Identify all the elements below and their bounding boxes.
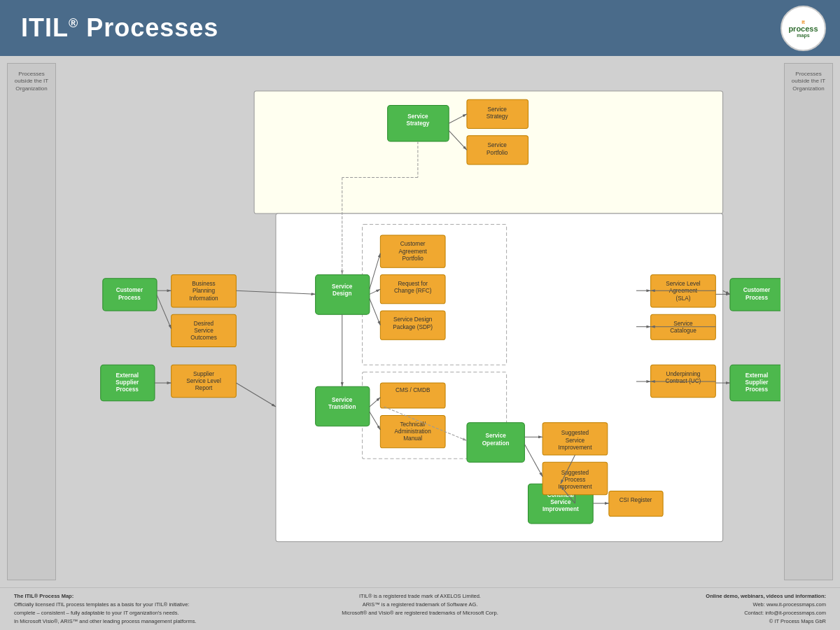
svg-text:Process: Process <box>746 295 768 301</box>
right-panel-label: Processes outside the IT Organization <box>785 67 832 96</box>
svg-text:Suggested: Suggested <box>561 430 589 436</box>
left-panel-label: Processes outside the IT Organization <box>8 67 55 96</box>
svg-text:Strategy: Strategy <box>406 120 429 127</box>
svg-line-109 <box>157 295 172 328</box>
svg-text:External: External <box>116 372 139 379</box>
svg-text:Process: Process <box>746 386 768 393</box>
svg-text:Change (RFC): Change (RFC) <box>394 288 432 294</box>
svg-text:Portfolio: Portfolio <box>402 255 424 262</box>
svg-text:Administration: Administration <box>395 428 432 435</box>
footer: The ITIL® Process Map: Officially licens… <box>0 587 840 630</box>
svg-text:Service: Service <box>550 499 571 505</box>
svg-text:Outcomes: Outcomes <box>190 335 217 341</box>
footer-right-contact: Contact: info@it-processmaps.com <box>744 610 826 616</box>
svg-text:CSI Register: CSI Register <box>620 497 652 503</box>
svg-text:Service: Service <box>194 328 214 334</box>
svg-text:Service: Service <box>407 113 428 120</box>
svg-text:Portfolio: Portfolio <box>486 150 508 156</box>
svg-text:Service: Service <box>332 397 353 403</box>
svg-text:CMS / CMDB: CMS / CMDB <box>396 387 430 393</box>
svg-text:Service: Service <box>485 433 506 439</box>
footer-right-title: Online demo, webinars, videos und inform… <box>706 593 826 599</box>
footer-right-copy: © IT Process Maps GbR <box>769 618 826 624</box>
svg-text:Manual: Manual <box>403 435 422 442</box>
svg-text:External: External <box>746 372 769 379</box>
svg-text:Service Level: Service Level <box>666 281 701 287</box>
footer-right-web: Web: www.it-processmaps.com <box>753 601 826 608</box>
svg-text:Supplier: Supplier <box>193 371 214 377</box>
page-title: ITIL® Processes <box>21 13 218 43</box>
svg-text:Business: Business <box>192 281 215 287</box>
footer-left-title: The ITIL® Process Map: <box>14 593 74 599</box>
svg-text:Service Design: Service Design <box>393 317 433 323</box>
svg-text:Service: Service <box>332 284 353 290</box>
svg-rect-50 <box>609 491 663 517</box>
svg-text:Customer: Customer <box>743 287 771 293</box>
svg-text:Agreement: Agreement <box>669 288 698 294</box>
svg-text:Transition: Transition <box>328 404 356 410</box>
svg-line-112 <box>236 383 276 407</box>
svg-text:Catalogue: Catalogue <box>670 328 696 334</box>
left-side-panel: Processes outside the IT Organization <box>7 63 56 580</box>
main-area: Processes outside the IT Organization Se… <box>0 56 840 630</box>
svg-text:Customer: Customer <box>116 287 144 293</box>
footer-center-text: ITIL® is a registered trade mark of AXEL… <box>342 593 498 616</box>
svg-text:Service: Service <box>673 321 693 327</box>
svg-text:Strategy: Strategy <box>486 113 509 120</box>
svg-text:Underpinning: Underpinning <box>666 371 700 377</box>
svg-text:Process: Process <box>116 386 139 393</box>
right-side-panel: Processes outside the IT Organization <box>784 63 833 580</box>
svg-text:Package (SDP): Package (SDP) <box>393 324 433 330</box>
svg-text:Supplier: Supplier <box>746 379 769 386</box>
svg-text:Supplier: Supplier <box>115 379 139 386</box>
footer-center: ITIL® is a registered trade mark of AXEL… <box>289 592 550 626</box>
svg-text:Process: Process <box>565 477 586 483</box>
svg-text:Agreement: Agreement <box>399 248 428 255</box>
footer-left-text: Officially licensed ITIL process templat… <box>14 601 197 624</box>
logo: it process maps <box>780 6 826 51</box>
svg-text:Service: Service <box>566 438 585 444</box>
svg-text:Desired: Desired <box>194 321 214 327</box>
svg-text:Customer: Customer <box>400 241 426 247</box>
svg-text:Operation: Operation <box>482 440 510 447</box>
svg-line-113 <box>723 290 730 294</box>
svg-text:Request for: Request for <box>398 281 428 287</box>
diagram: Service Strategy Service Design Service … <box>59 63 780 580</box>
svg-text:Service Level: Service Level <box>186 378 221 384</box>
svg-text:(SLA): (SLA) <box>676 295 690 302</box>
header: ITIL® Processes it process maps <box>0 0 840 56</box>
footer-left: The ITIL® Process Map: Officially licens… <box>14 592 275 626</box>
svg-text:Improvement: Improvement <box>558 444 592 451</box>
svg-text:Service: Service <box>487 142 507 148</box>
svg-text:Design: Design <box>332 290 351 297</box>
footer-right: Online demo, webinars, videos und inform… <box>565 592 826 626</box>
svg-text:Information: Information <box>189 295 218 302</box>
svg-text:Improvement: Improvement <box>542 506 579 512</box>
diagram-area: Processes outside the IT Organization Se… <box>0 56 840 587</box>
svg-text:Process: Process <box>118 295 141 301</box>
svg-text:Report: Report <box>195 385 213 391</box>
svg-text:Planning: Planning <box>192 288 215 294</box>
svg-text:Service: Service <box>487 106 507 113</box>
